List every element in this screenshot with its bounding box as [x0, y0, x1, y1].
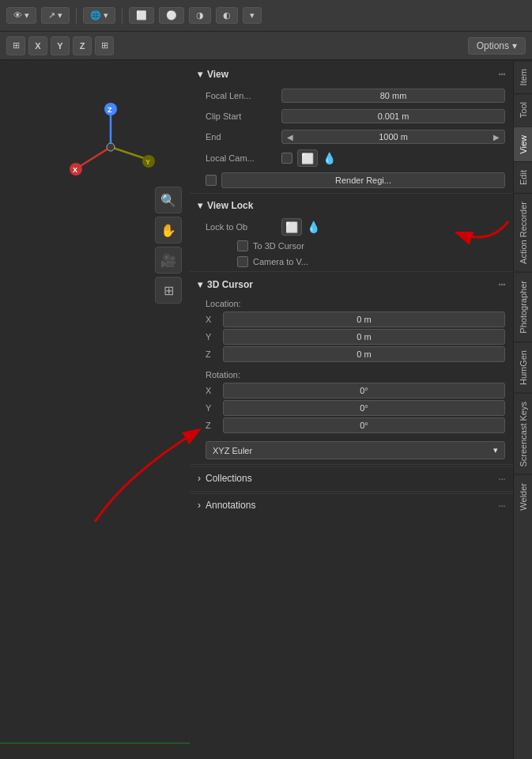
local-camera-row: Local Cam... ⬜ 💧 — [190, 147, 513, 169]
clip-start-value[interactable]: 0.001 m — [281, 109, 505, 123]
clip-end-field[interactable]: ◀ 1000 m ▶ — [281, 130, 505, 144]
view-lock-section-header[interactable]: ▾ View Lock — [190, 195, 513, 216]
grid-btn[interactable]: ⊞ — [155, 277, 182, 304]
lock-3d-cursor-checkbox[interactable] — [237, 240, 248, 251]
main-layout: Z X Y 🔍 ✋ 🎥 ⊞ — [0, 60, 532, 759]
tab-action-recorder[interactable]: Action Recorder — [514, 193, 532, 272]
render-region-row: Render Regi... — [190, 169, 513, 191]
view-lock-chevron-icon: ▾ — [198, 200, 202, 211]
tab-edit[interactable]: Edit — [514, 161, 532, 193]
left-area: Z X Y 🔍 ✋ 🎥 ⊞ — [0, 60, 190, 759]
location-y-row: Y 0 m — [206, 329, 505, 345]
tab-view[interactable]: View — [514, 126, 532, 162]
clip-end-row: End ◀ 1000 m ▶ — [190, 126, 513, 147]
x-axis-btn[interactable]: X — [28, 36, 47, 55]
rotation-x-value[interactable]: 0° — [223, 383, 505, 398]
view-section-header[interactable]: ▾ View ··· — [190, 63, 513, 85]
collections-dots-icon: ··· — [498, 472, 505, 485]
rotation-z-letter: Z — [206, 421, 220, 430]
cursor-3d-section-header[interactable]: ▾ 3D Cursor ··· — [190, 274, 513, 296]
half-icon-btn[interactable]: ◑ — [189, 7, 211, 24]
location-x-row: X 0 m — [206, 312, 505, 327]
view-mode-btn[interactable]: 👁 ▾ — [6, 7, 36, 24]
local-camera-eyedropper-btn[interactable]: 💧 — [323, 152, 336, 164]
location-y-letter: Y — [206, 332, 220, 342]
render-region-checkbox[interactable] — [206, 175, 217, 186]
focal-length-value[interactable]: 80 mm — [281, 89, 505, 103]
grid-line — [0, 727, 190, 759]
svg-point-9 — [107, 143, 115, 151]
location-x-letter: X — [206, 315, 220, 324]
more-btn[interactable]: ▾ — [243, 7, 262, 24]
snap-icon[interactable]: ⊞ — [95, 36, 114, 55]
tab-strip: Item Tool View Edit Action Recorder Phot… — [513, 60, 532, 759]
divider-3 — [190, 464, 513, 465]
tab-screencast-keys[interactable]: Screencast Keys — [514, 393, 532, 475]
location-z-value[interactable]: 0 m — [223, 346, 505, 362]
camera-to-view-row: Camera to V... — [190, 254, 513, 270]
cam-icon-btn[interactable]: ⬜ — [129, 7, 154, 24]
clip-end-increment-btn[interactable]: ▶ — [492, 133, 501, 142]
lock-to-ob-btn[interactable]: ⬜ — [281, 218, 302, 236]
cursor-3d-dots-icon: ··· — [498, 278, 505, 291]
annotations-dots-icon: ··· — [498, 499, 505, 512]
collections-section-header[interactable]: › Collections ··· — [190, 466, 513, 489]
camera-btn[interactable]: 🎥 — [155, 247, 182, 274]
sep1 — [76, 8, 77, 24]
camera-to-view-checkbox[interactable] — [237, 256, 248, 267]
focal-length-label: Focal Len... — [206, 91, 277, 100]
grab-btn[interactable]: ✋ — [155, 217, 182, 244]
tab-welder[interactable]: Welder — [514, 474, 532, 519]
mat-icon-btn[interactable]: ◐ — [216, 7, 238, 24]
z-axis-btn[interactable]: Z — [73, 36, 92, 55]
tab-photographer[interactable]: Photographer — [514, 272, 532, 342]
lock-3d-cursor-row: To 3D Cursor — [190, 238, 513, 254]
lock-to-ob-eyedropper-btn[interactable]: 💧 — [307, 221, 320, 233]
tab-tool[interactable]: Tool — [514, 93, 532, 126]
rotation-mode-value: XYZ Euler — [213, 446, 252, 455]
clip-end-decrement-btn[interactable]: ◀ — [285, 133, 295, 142]
rotation-y-letter: Y — [206, 403, 220, 413]
rotation-mode-arrow-icon: ▾ — [493, 445, 498, 455]
rotation-y-row: Y 0° — [206, 400, 505, 416]
local-camera-icon-btn[interactable]: ⬜ — [297, 149, 318, 167]
y-axis-btn[interactable]: Y — [51, 36, 70, 55]
annotations-section-header[interactable]: › Annotations ··· — [190, 493, 513, 516]
rotation-x-letter: X — [206, 386, 220, 395]
tab-humgen[interactable]: HumGen — [514, 342, 532, 393]
options-btn[interactable]: Options ▾ — [468, 37, 526, 55]
clip-start-row: Clip Start 0.001 m — [190, 106, 513, 126]
zoom-in-btn[interactable]: 🔍 — [155, 187, 182, 213]
sphere-icon-btn[interactable]: ⚪ — [159, 7, 184, 24]
local-camera-checkbox[interactable] — [281, 153, 292, 164]
transform-constraint-icon[interactable]: ⊞ — [6, 36, 25, 55]
render-region-btn[interactable]: Render Regi... — [221, 172, 505, 188]
collections-label: Collections — [206, 473, 252, 484]
rotation-y-value[interactable]: 0° — [223, 400, 505, 416]
clip-end-value: 1000 m — [379, 132, 408, 142]
location-z-letter: Z — [206, 349, 220, 359]
right-panel: ▾ View ··· Focal Len... 80 mm Clip Start… — [190, 60, 513, 759]
global-mode-btn[interactable]: 🌐 ▾ — [83, 7, 115, 24]
rotation-z-value[interactable]: 0° — [223, 417, 505, 433]
location-y-value[interactable]: 0 m — [223, 329, 505, 345]
collections-chevron-icon: › — [198, 473, 201, 484]
tab-item[interactable]: Item — [514, 60, 532, 93]
view-chevron-icon: ▾ — [198, 69, 202, 80]
rotation-x-row: X 0° — [206, 383, 505, 398]
view-dots-icon: ··· — [498, 68, 505, 81]
left-icons: 🔍 ✋ 🎥 ⊞ — [155, 187, 182, 304]
focal-length-row: Focal Len... 80 mm — [190, 85, 513, 106]
location-x-value[interactable]: 0 m — [223, 312, 505, 327]
options-label: Options — [477, 40, 509, 51]
divider-1 — [190, 193, 513, 194]
rotation-mode-dropdown[interactable]: XYZ Euler ▾ — [206, 441, 505, 459]
view-section-label: View — [207, 69, 228, 80]
cursor-3d-section-label: 3D Cursor — [207, 279, 253, 290]
options-arrow-icon: ▾ — [512, 40, 517, 51]
gizmo-widget: Z X Y — [63, 100, 158, 194]
location-z-row: Z 0 m — [206, 346, 505, 362]
camera-to-view-label: Camera to V... — [253, 257, 308, 266]
sep2 — [122, 8, 123, 24]
cursor-mode-btn[interactable]: ↗ ▾ — [41, 7, 70, 24]
